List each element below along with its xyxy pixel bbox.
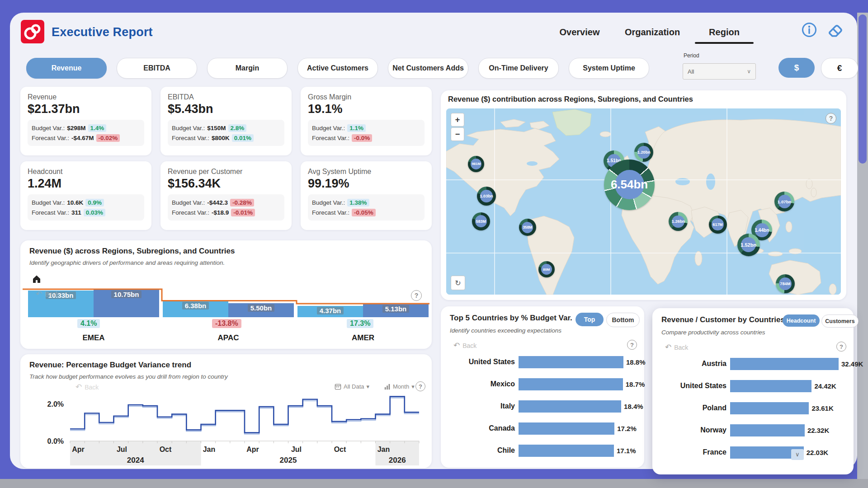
svg-text:2025: 2025 bbox=[280, 456, 297, 465]
bar[interactable] bbox=[519, 400, 621, 413]
bar[interactable]: 6.38bn bbox=[163, 301, 228, 317]
help-icon[interactable]: ? bbox=[627, 340, 637, 350]
tab-overview[interactable]: Overview bbox=[543, 27, 616, 38]
budget-var-label: Budget Var.: bbox=[312, 199, 345, 206]
bar-value-label: 5.13bn bbox=[382, 305, 410, 313]
undo-arrow-icon: ↶ bbox=[36, 289, 42, 299]
bar-row[interactable]: Chile17.1% bbox=[447, 444, 636, 457]
map-donut-united-states[interactable]: 1.03bn bbox=[477, 187, 496, 206]
variance-badge: 17.3% bbox=[347, 319, 373, 328]
currency-dollar-button[interactable]: $ bbox=[778, 58, 815, 78]
bar[interactable]: 5.50bn bbox=[228, 303, 294, 317]
region-category-label: AMER bbox=[297, 333, 429, 343]
metric-button-system-uptime[interactable]: System Uptime bbox=[569, 58, 649, 79]
toggle-headcount-button[interactable]: Headcount bbox=[783, 314, 820, 327]
bar[interactable]: 10.75bn bbox=[94, 290, 159, 317]
back-button[interactable]: ↶Back bbox=[36, 289, 59, 299]
scroll-down-icon[interactable]: ∨ bbox=[791, 449, 804, 460]
chart-title: Revenue ($) across Regions, Subregions, … bbox=[29, 247, 235, 256]
back-button[interactable]: ↶Back bbox=[665, 343, 688, 352]
bar[interactable] bbox=[730, 424, 805, 436]
info-icon[interactable] bbox=[800, 21, 818, 39]
map-zoom-in-button[interactable]: + bbox=[451, 113, 464, 127]
forecast-var-amount: -$18.9 bbox=[212, 209, 229, 216]
bar[interactable] bbox=[730, 402, 809, 414]
bar-row[interactable]: Norway22.32K bbox=[659, 423, 829, 437]
bar[interactable] bbox=[730, 380, 811, 392]
bar[interactable]: 4.37bn bbox=[297, 306, 363, 317]
toggle-top-button[interactable]: Top bbox=[576, 313, 604, 326]
forecast-var-badge: -0.01% bbox=[231, 209, 255, 216]
currency-euro-button[interactable]: € bbox=[821, 58, 858, 79]
scrollbar-thumb[interactable] bbox=[859, 14, 867, 164]
map-donut-india[interactable]: 617M bbox=[709, 216, 727, 234]
donut-value-label: 1.07bn bbox=[778, 199, 792, 204]
help-icon[interactable]: ? bbox=[826, 113, 836, 124]
granularity-dropdown[interactable]: Month▾ bbox=[384, 383, 415, 390]
bottom-edge-strip bbox=[0, 479, 868, 488]
back-button[interactable]: ↶Back bbox=[453, 341, 476, 350]
bar-row[interactable]: France∨22.03K bbox=[659, 446, 828, 459]
eraser-icon[interactable] bbox=[826, 21, 844, 39]
svg-text:0.0%: 0.0% bbox=[47, 437, 64, 445]
bar[interactable] bbox=[730, 358, 839, 370]
bar[interactable] bbox=[519, 378, 623, 390]
back-label: Back bbox=[45, 291, 59, 298]
map-donut-middle-east[interactable]: 1.26bn bbox=[669, 212, 688, 231]
budget-var-badge: 2.8% bbox=[228, 124, 247, 132]
map-reset-icon[interactable]: ↻ bbox=[451, 276, 465, 290]
map-donut-western-europe[interactable]: 6.54bn bbox=[604, 160, 655, 210]
bar-row[interactable]: Mexico18.7% bbox=[447, 377, 645, 391]
period-dropdown[interactable]: All ∨ bbox=[683, 63, 756, 80]
vertical-scrollbar[interactable] bbox=[857, 13, 868, 479]
map-donut-nordics[interactable]: 1.20bn bbox=[634, 143, 653, 162]
date-range-dropdown[interactable]: All Data▾ bbox=[335, 383, 369, 390]
tab-region[interactable]: Region bbox=[688, 27, 760, 38]
metric-button-active-customers[interactable]: Active Customers bbox=[297, 58, 378, 79]
bar-row[interactable]: Canada17.2% bbox=[447, 422, 637, 435]
home-icon[interactable] bbox=[32, 275, 41, 285]
help-icon[interactable]: ? bbox=[836, 342, 846, 352]
bar-row[interactable]: United States18.8% bbox=[447, 355, 646, 369]
bar-value-label: 4.37bn bbox=[317, 307, 344, 314]
map-donut-australia[interactable]: 784M bbox=[776, 274, 795, 293]
metric-button-on-time-delivery[interactable]: On-Time Delivery bbox=[478, 58, 559, 79]
metric-button-margin[interactable]: Margin bbox=[207, 58, 288, 79]
map-donut-japan[interactable]: 1.07bn bbox=[774, 192, 794, 211]
map-donut-brazil[interactable]: 80M bbox=[538, 261, 555, 277]
bar[interactable] bbox=[519, 356, 623, 368]
toggle-bottom-button[interactable]: Bottom bbox=[606, 313, 640, 327]
help-icon[interactable]: ? bbox=[415, 381, 425, 391]
forecast-var-label: Forecast Var.: bbox=[312, 209, 349, 216]
kpi-card-avg-system-uptime: Avg System Uptime 99.19% Budget Var.:1.3… bbox=[301, 161, 432, 230]
country-label: United States bbox=[659, 382, 726, 390]
bar-row[interactable]: Poland23.61K bbox=[659, 401, 834, 415]
bar-row[interactable]: United States24.42K bbox=[659, 379, 836, 393]
forecast-var-label: Forecast Var.: bbox=[172, 209, 209, 216]
tab-organization[interactable]: Organization bbox=[616, 27, 689, 38]
forecast-var-badge: 0.03% bbox=[84, 209, 105, 216]
bar-row[interactable]: Italy18.4% bbox=[447, 399, 643, 413]
bar[interactable]: ∨ bbox=[730, 446, 804, 459]
donut-value-label: 6.54bn bbox=[611, 178, 648, 192]
dashboard-canvas: Executive Report Overview Organization R… bbox=[10, 13, 857, 469]
toggle-customers-button[interactable]: Customers bbox=[821, 314, 859, 328]
bar[interactable] bbox=[519, 445, 614, 457]
bar[interactable]: 5.13bn bbox=[363, 304, 429, 317]
back-button[interactable]: ↶Back bbox=[75, 382, 99, 392]
kpi-value: $21.37bn bbox=[28, 102, 144, 116]
metric-button-net-customers-adds[interactable]: Net Customers Adds bbox=[388, 58, 468, 79]
map-donut-caribbean[interactable]: 358M bbox=[519, 219, 536, 236]
map-donut-canada[interactable]: 981M bbox=[468, 156, 484, 172]
map-donut-singapore-malaysia[interactable]: 1.52bn bbox=[737, 234, 760, 256]
metric-button-revenue[interactable]: Revenue bbox=[26, 58, 107, 79]
bar-value: 23.61K bbox=[811, 404, 833, 412]
metric-button-ebitda[interactable]: EBITDA bbox=[117, 58, 197, 79]
country-label: Chile bbox=[447, 446, 515, 455]
map-zoom-out-button[interactable]: − bbox=[451, 127, 464, 141]
region-bar-chart: 10.33bn10.75bn4.1%EMEA6.38bn5.50bn-13.8%… bbox=[20, 287, 432, 348]
bar[interactable] bbox=[519, 422, 614, 435]
world-map[interactable]: 981M1.03bn583M358M80M1.51bn1.20bn6.54bn1… bbox=[446, 108, 841, 295]
map-donut-mexico[interactable]: 583M bbox=[472, 212, 490, 230]
bar-row[interactable]: Austria32.49K bbox=[659, 357, 863, 371]
